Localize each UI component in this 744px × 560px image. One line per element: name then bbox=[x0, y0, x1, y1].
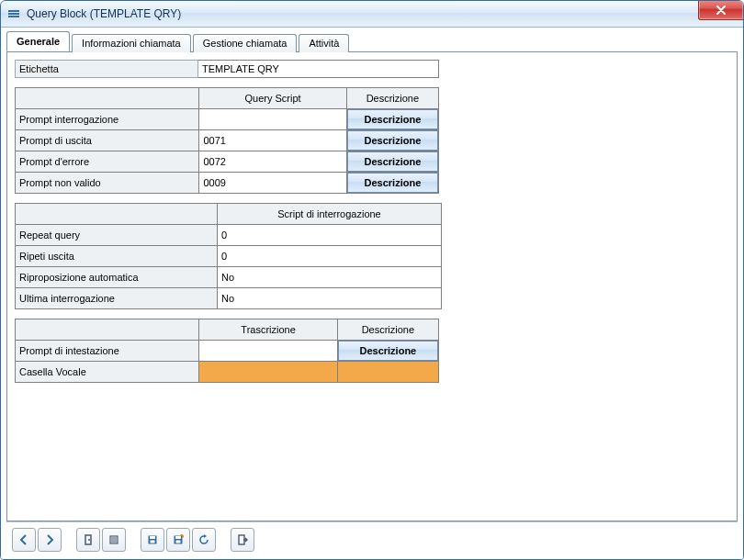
table3-head-trascr: Trascrizione bbox=[199, 319, 337, 341]
etichetta-label: Etichetta bbox=[15, 60, 198, 78]
descrizione-button[interactable]: Descrizione bbox=[347, 130, 438, 151]
table2-header: Script di interrogazione bbox=[218, 204, 442, 225]
window-title: Query Block (TEMPLATE QRY) bbox=[27, 7, 181, 20]
casella-vocale-trascr[interactable] bbox=[199, 362, 337, 383]
tab-bar: Generale Informazioni chiamata Gestione … bbox=[6, 31, 738, 51]
row-label: Prompt interrogazione bbox=[16, 109, 199, 130]
casella-vocale-descr[interactable] bbox=[337, 362, 438, 383]
save-as-button[interactable] bbox=[166, 528, 190, 552]
transcription-table: Trascrizione Descrizione Prompt di intes… bbox=[15, 319, 439, 383]
descrizione-button[interactable]: Descrizione bbox=[347, 109, 438, 129]
trascrizione-input[interactable] bbox=[199, 341, 336, 361]
table1-head-descr: Descrizione bbox=[346, 88, 438, 109]
table-row: Prompt interrogazione Descrizione bbox=[16, 109, 439, 130]
table3-head-descr: Descrizione bbox=[337, 319, 438, 341]
svg-rect-14 bbox=[176, 541, 181, 543]
window-buttons bbox=[698, 0, 744, 20]
tab-attivita[interactable]: Attività bbox=[299, 34, 349, 52]
table1-corner bbox=[16, 88, 199, 109]
table-row: Ripeti uscita 0 bbox=[16, 246, 442, 267]
table-row: Prompt non valido Descrizione bbox=[16, 173, 439, 194]
table-row: Riproposizione automatica No bbox=[16, 267, 442, 288]
table-row: Prompt di uscita Descrizione bbox=[16, 130, 439, 151]
descrizione-button[interactable]: Descrizione bbox=[338, 341, 438, 361]
descrizione-button[interactable]: Descrizione bbox=[347, 151, 438, 172]
table-row: Repeat query 0 bbox=[16, 225, 442, 246]
row-label: Prompt di uscita bbox=[16, 130, 199, 151]
tab-gestione[interactable]: Gestione chiamata bbox=[193, 34, 298, 52]
app-icon bbox=[6, 6, 21, 21]
row-value[interactable]: 0 bbox=[218, 246, 442, 267]
exit-button[interactable] bbox=[231, 528, 254, 552]
table1-head-script: Query Script bbox=[199, 88, 346, 109]
row-label: Prompt di intestazione bbox=[16, 341, 199, 362]
descrizione-button[interactable]: Descrizione bbox=[347, 173, 438, 193]
query-script-input[interactable] bbox=[199, 151, 345, 172]
save-button[interactable] bbox=[141, 528, 164, 552]
table-row: Casella Vocale bbox=[16, 362, 439, 383]
etichetta-input[interactable] bbox=[198, 60, 439, 78]
spacer bbox=[15, 392, 729, 513]
bottom-toolbar bbox=[6, 521, 738, 554]
table-row: Ultima interrogazione No bbox=[16, 288, 442, 309]
row-label: Prompt d'errore bbox=[16, 151, 199, 173]
window-root: Query Block (TEMPLATE QRY) Generale Info… bbox=[0, 0, 744, 560]
query-script-input[interactable] bbox=[199, 130, 345, 151]
tab-info[interactable]: Informazioni chiamata bbox=[72, 34, 191, 52]
row-value[interactable]: No bbox=[218, 267, 442, 288]
row-label: Riproposizione automatica bbox=[16, 267, 218, 288]
tab-generale[interactable]: Generale bbox=[6, 31, 70, 51]
row-label: Ripeti uscita bbox=[16, 246, 218, 267]
table2-corner bbox=[16, 204, 218, 225]
table3-corner bbox=[16, 319, 199, 341]
row-label: Repeat query bbox=[16, 225, 218, 246]
close-button[interactable] bbox=[698, 0, 744, 20]
next-button[interactable] bbox=[38, 528, 62, 552]
row-label: Prompt non valido bbox=[16, 173, 199, 194]
svg-rect-1 bbox=[8, 13, 19, 15]
refresh-button[interactable] bbox=[192, 528, 216, 552]
svg-rect-0 bbox=[8, 10, 19, 12]
svg-point-4 bbox=[88, 539, 90, 541]
list-icon-button[interactable] bbox=[102, 528, 126, 552]
svg-rect-13 bbox=[175, 536, 181, 539]
client-area: Generale Informazioni chiamata Gestione … bbox=[1, 28, 743, 559]
svg-rect-2 bbox=[8, 16, 19, 17]
query-script-input[interactable] bbox=[199, 173, 345, 193]
table-row: Prompt di intestazione Descrizione bbox=[16, 341, 439, 362]
etichetta-row: Etichetta bbox=[15, 60, 729, 78]
query-script-input[interactable] bbox=[199, 109, 345, 129]
query-prompts-table: Query Script Descrizione Prompt interrog… bbox=[15, 87, 439, 194]
row-label: Ultima interrogazione bbox=[16, 288, 218, 309]
interrogation-script-table: Script di interrogazione Repeat query 0 … bbox=[15, 203, 442, 309]
row-label: Casella Vocale bbox=[16, 362, 199, 383]
prev-button[interactable] bbox=[12, 528, 36, 552]
tab-panel-generale: Etichetta Query Script Descrizione Promp… bbox=[6, 51, 738, 521]
titlebar[interactable]: Query Block (TEMPLATE QRY) bbox=[1, 1, 743, 28]
svg-rect-11 bbox=[151, 541, 155, 543]
svg-rect-10 bbox=[150, 536, 155, 539]
table-row: Prompt d'errore Descrizione bbox=[16, 151, 439, 173]
row-value[interactable]: 0 bbox=[218, 225, 442, 246]
row-value[interactable]: No bbox=[218, 288, 442, 309]
door-icon-button[interactable] bbox=[76, 528, 100, 552]
